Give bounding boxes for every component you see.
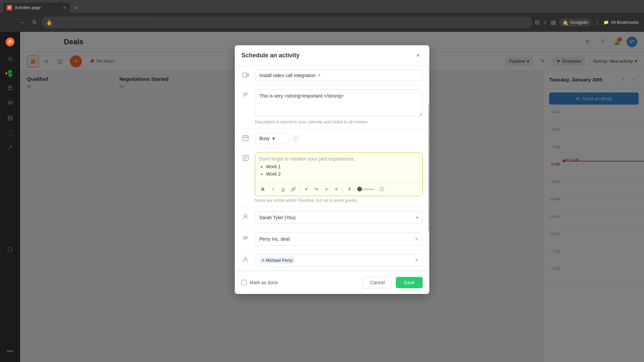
availability-dropdown[interactable]: Busy ▾ xyxy=(255,133,288,144)
notes-toolbar: B I U 🔗 ≡ ¹≡ ≡ ≡ xyxy=(255,183,422,196)
notes-content: Don't forget to mention your past experi… xyxy=(255,153,422,183)
availability-row: Busy ▾ ⓘ xyxy=(235,129,429,148)
extensions-icon[interactable]: ⊟ xyxy=(535,19,539,25)
schedule-activity-modal: Schedule an activity × xyxy=(235,71,429,294)
bookmarks-bar[interactable]: 📁 All Bookmarks xyxy=(603,20,639,25)
svg-point-15 xyxy=(245,257,247,259)
mark-as-done-label[interactable]: Mark as done xyxy=(250,280,278,285)
notes-row: Don't forget to mention your past experi… xyxy=(235,148,429,207)
notes-italic-button[interactable]: I xyxy=(269,185,277,194)
sidebar-item-calendar[interactable]: ▤ xyxy=(3,111,17,124)
notes-icon xyxy=(241,154,250,162)
contact-tag-remove[interactable]: × xyxy=(262,258,265,263)
sidebar-icon[interactable]: ▤ xyxy=(551,19,556,25)
contact-input[interactable]: × Michael Perry × xyxy=(255,254,423,266)
active-tab[interactable]: P Activities page × xyxy=(3,3,70,13)
url-text: moodjoy.pipedrive.com/pipeline/1/user/ev… xyxy=(55,20,155,25)
person-dropdown[interactable]: Sarah Tyler (You) ▾ xyxy=(255,211,423,224)
link-icon xyxy=(241,234,250,242)
modal-scrollbar xyxy=(428,71,429,274)
notes-list-item: Work 1 xyxy=(266,163,418,170)
notes-link-button[interactable]: 🔗 xyxy=(289,185,298,194)
cancel-button[interactable]: Cancel xyxy=(363,277,392,289)
tab-close-button[interactable]: × xyxy=(63,5,66,10)
sidebar-item-search[interactable]: ⊙ xyxy=(3,52,17,65)
svg-rect-6 xyxy=(243,136,248,141)
modal-body: Install video call integration ▾ xyxy=(235,71,429,271)
tab-title: Activities page xyxy=(15,5,60,10)
sidebar-item-mail[interactable]: ✉ xyxy=(3,96,17,110)
notes-clear-format-button[interactable]: T xyxy=(345,185,354,194)
new-tab-button[interactable]: + xyxy=(71,3,80,13)
notes-hint: Notes are visible within Pipedrive, but … xyxy=(255,198,423,203)
contact-icon xyxy=(241,255,250,263)
contact-clear-button[interactable]: × xyxy=(415,257,418,263)
notes-bullet-button[interactable]: ≡ xyxy=(302,185,311,194)
sidebar-item-insights[interactable]: ↗ xyxy=(3,140,17,154)
svg-rect-2 xyxy=(243,73,247,77)
contact-tag: × Michael Perry xyxy=(259,257,295,263)
notes-list: Work 1 Work 2 xyxy=(259,162,418,179)
description-textarea[interactable]: This is very <strong>important.</strong> xyxy=(255,89,423,116)
person-row: Sarah Tyler (You) ▾ xyxy=(235,207,429,228)
availability-info-button[interactable]: ⓘ xyxy=(292,135,299,142)
availability-icon xyxy=(241,134,250,142)
sidebar-item-products[interactable]: ⬡ xyxy=(3,243,17,256)
video-dropdown-chevron: ▾ xyxy=(318,73,320,78)
video-icon xyxy=(241,71,250,79)
address-bar[interactable]: 🔒 moodjoy.pipedrive.com/pipeline/1/user/… xyxy=(42,17,532,28)
refresh-button[interactable]: ↻ xyxy=(30,18,39,27)
main-content: Qualified Deals ↻ ? 🔔 9 ST ▦ ≡ ◫ + 📌 xyxy=(20,32,644,362)
sidebar-item-activities[interactable]: ☰ xyxy=(3,81,17,95)
tab-favicon: P xyxy=(7,5,12,10)
notes-info-button[interactable]: ⓘ xyxy=(377,185,386,194)
notes-list-item: Work 2 xyxy=(266,170,418,178)
video-call-row: Install video call integration ▾ xyxy=(235,71,429,85)
notes-bold-button[interactable]: B xyxy=(259,185,267,194)
browser-chrome: P Activities page × + ← → ↻ 🔒 moodjoy.pi… xyxy=(0,0,644,32)
sidebar-item-deals[interactable]: 💲 xyxy=(3,67,17,80)
app-container: P ⊙ 💲 ☰ ✉ ▤ ⬚ ↗ ⬡ ••• Qualified Deals ↻ … xyxy=(0,32,644,362)
toolbar-separator xyxy=(300,186,300,193)
notes-underline-button[interactable]: U xyxy=(279,185,287,194)
description-row: This is very <strong>important.</strong>… xyxy=(235,85,429,129)
notes-align-left-button[interactable]: ≡ xyxy=(322,185,331,194)
left-sidebar: P ⊙ 💲 ☰ ✉ ▤ ⬚ ↗ ⬡ ••• xyxy=(0,32,20,362)
modal-scroll-thumb xyxy=(428,104,429,231)
deal-input[interactable]: Perry Inc. deal × xyxy=(255,232,423,246)
mark-as-done-checkbox[interactable] xyxy=(241,280,247,285)
bookmark-icon[interactable]: ☆ xyxy=(543,19,547,25)
modal-overlay[interactable]: Schedule an activity × xyxy=(20,71,644,362)
description-icon xyxy=(241,91,250,99)
notes-numbered-button[interactable]: ¹≡ xyxy=(312,185,321,194)
video-call-dropdown[interactable]: Install video call integration ▾ xyxy=(255,71,423,81)
sidebar-more-button[interactable]: ••• xyxy=(3,345,17,358)
forward-button[interactable]: → xyxy=(17,18,27,27)
deal-clear-button[interactable]: × xyxy=(415,236,418,242)
description-hint: Description is synced to your calendar a… xyxy=(255,120,423,124)
svg-text:P: P xyxy=(8,39,11,45)
mark-as-done-wrap: Mark as done xyxy=(241,280,278,285)
person-chevron: ▾ xyxy=(416,215,418,220)
deal-row: Perry Inc. deal × xyxy=(235,228,429,250)
svg-point-14 xyxy=(245,214,247,217)
menu-button[interactable]: ⋮ xyxy=(595,19,600,25)
incognito-button[interactable]: 🕵 Incognito xyxy=(559,18,591,26)
notes-align-right-button[interactable]: ≡ xyxy=(332,185,341,194)
save-button[interactable]: Save xyxy=(396,277,423,288)
person-icon xyxy=(241,213,250,221)
back-button[interactable]: ← xyxy=(5,18,15,27)
modal-footer: Mark as done Cancel Save xyxy=(235,271,429,294)
app-logo[interactable]: P xyxy=(4,36,16,48)
contact-row: × Michael Perry × xyxy=(235,250,429,271)
toolbar-separator-2 xyxy=(343,186,343,193)
notes-slider[interactable] xyxy=(357,189,374,190)
sidebar-item-reports[interactable]: ⬚ xyxy=(3,126,17,139)
notes-area[interactable]: Don't forget to mention your past experi… xyxy=(255,153,423,196)
busy-chevron: ▾ xyxy=(272,136,275,141)
